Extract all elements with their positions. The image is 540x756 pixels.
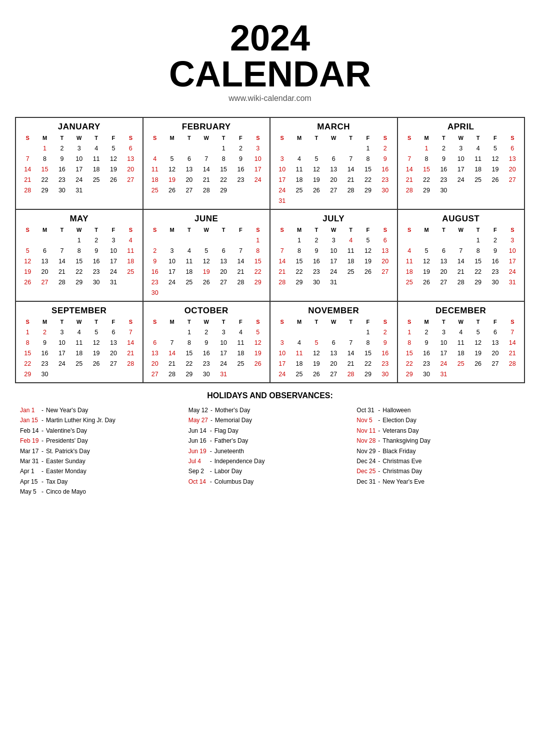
day-cell: 3	[105, 235, 122, 245]
day-header: W	[198, 134, 215, 142]
day-cell: 10	[164, 256, 180, 266]
day-cell: 3	[274, 337, 290, 348]
holiday-item: Apr 1-Easter Monday	[20, 466, 184, 476]
day-cell: 11	[290, 164, 308, 174]
day-cell: 17	[325, 256, 342, 266]
day-cell: 28	[342, 369, 359, 379]
day-cell: 30	[418, 369, 435, 379]
day-header: T	[308, 134, 325, 142]
day-cell: 7	[122, 327, 139, 337]
holiday-date: Sep 2	[188, 466, 208, 476]
day-header: F	[486, 318, 504, 326]
month-block-august: AUGUSTSMTWTFS123456789101112131415161718…	[398, 210, 526, 302]
calendar-grid: JANUARYSMTWTFS12345678910111213141516171…	[15, 117, 525, 383]
day-cell: 27	[105, 358, 122, 369]
day-cell: 22	[19, 358, 36, 369]
holiday-column: Jan 1-New Year's DayJan 15-Martin Luther…	[20, 405, 184, 497]
day-cell: 25	[88, 174, 104, 185]
holiday-dash: -	[378, 436, 380, 446]
day-cell	[19, 143, 36, 153]
day-cell: 2	[36, 327, 53, 337]
holiday-date: May 5	[20, 487, 39, 497]
day-header: T	[308, 226, 325, 234]
day-cell: 12	[470, 337, 486, 348]
day-cell: 18	[290, 174, 308, 185]
day-cell	[180, 143, 198, 153]
day-cell: 27	[504, 174, 521, 185]
day-cell: 27	[376, 266, 394, 277]
day-header: T	[215, 318, 232, 326]
day-cell: 14	[54, 256, 70, 266]
holiday-dash: -	[42, 446, 44, 456]
day-cell: 12	[164, 164, 180, 174]
holiday-dash: -	[378, 466, 380, 476]
day-cell	[54, 235, 70, 245]
month-name: JULY	[274, 214, 394, 224]
day-cell: 10	[435, 337, 452, 348]
day-cell: 23	[232, 174, 249, 185]
day-cell: 21	[342, 174, 359, 185]
day-cell: 13	[325, 348, 342, 358]
day-cell: 25	[290, 185, 308, 195]
day-header: M	[164, 134, 180, 142]
day-cell: 12	[308, 164, 325, 174]
day-header: S	[250, 134, 266, 142]
day-header: M	[290, 134, 308, 142]
day-cell: 5	[308, 337, 325, 348]
day-cell: 11	[88, 153, 104, 164]
holiday-name: St. Patrick's Day	[46, 446, 90, 456]
day-cell	[435, 235, 452, 245]
day-header: S	[19, 134, 36, 142]
day-cell: 30	[376, 369, 394, 379]
month-name: MAY	[19, 214, 140, 224]
day-cell: 4	[290, 153, 308, 164]
day-header: S	[122, 226, 139, 234]
day-cell: 11	[232, 337, 249, 348]
day-header: F	[232, 134, 249, 142]
day-cell: 31	[105, 277, 122, 287]
day-cell: 28	[54, 277, 70, 287]
holiday-item: Feb 19-Presidents' Day	[20, 436, 184, 446]
day-cell: 3	[435, 327, 452, 337]
day-header: T	[88, 226, 104, 234]
holidays-section: HOLIDAYS AND OBSERVANCES: Jan 1-New Year…	[15, 391, 525, 497]
day-cell: 21	[198, 174, 215, 185]
day-cell: 3	[325, 235, 342, 245]
day-cell	[215, 287, 232, 298]
holidays-title: HOLIDAYS AND OBSERVANCES:	[20, 391, 520, 400]
day-cell: 8	[70, 245, 88, 256]
day-cell: 2	[435, 143, 452, 153]
day-cell: 6	[504, 143, 521, 153]
day-cell	[146, 143, 164, 153]
day-cell: 1	[70, 235, 88, 245]
day-cell: 28	[452, 277, 470, 287]
day-cell: 5	[198, 245, 215, 256]
day-cell: 15	[418, 164, 435, 174]
day-cell: 11	[122, 245, 139, 256]
day-cell: 12	[198, 256, 215, 266]
holiday-date: Feb 14	[20, 426, 39, 436]
holiday-item: Oct 31-Halloween	[356, 405, 520, 415]
holiday-name: Christmas Day	[382, 466, 422, 476]
day-cell: 2	[54, 143, 70, 153]
day-cell: 15	[19, 348, 36, 358]
day-cell: 2	[376, 327, 394, 337]
day-cell	[308, 143, 325, 153]
day-cell: 24	[435, 358, 452, 369]
holiday-name: New Year's Eve	[382, 477, 424, 487]
day-header: T	[435, 226, 452, 234]
day-cell: 17	[504, 256, 521, 266]
day-cell: 7	[342, 337, 359, 348]
day-header: M	[418, 134, 435, 142]
day-cell	[198, 143, 215, 153]
day-cell: 19	[308, 358, 325, 369]
day-cell: 16	[232, 164, 249, 174]
day-cell	[198, 235, 215, 245]
day-cell: 4	[146, 153, 164, 164]
day-cell: 16	[36, 348, 53, 358]
day-cell	[504, 369, 521, 379]
day-cell	[146, 327, 164, 337]
day-cell: 19	[164, 174, 180, 185]
day-cell	[470, 369, 486, 379]
day-cell: 7	[342, 153, 359, 164]
